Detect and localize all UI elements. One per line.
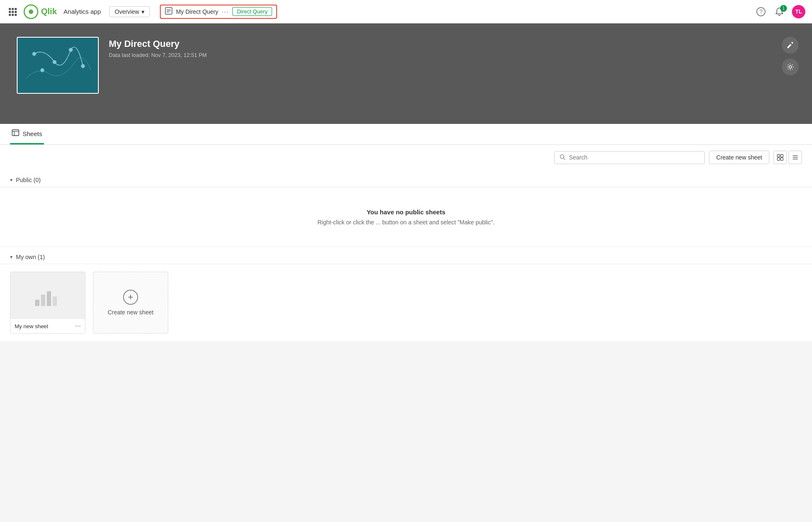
public-empty-title: You have no public sheets — [10, 208, 802, 216]
svg-rect-32 — [777, 154, 780, 157]
tab-sheet-icon — [165, 7, 172, 16]
search-icon — [560, 154, 565, 161]
overview-dropdown[interactable]: Overview ▾ — [109, 6, 150, 17]
svg-rect-34 — [777, 158, 780, 160]
svg-point-22 — [53, 61, 56, 63]
settings-button[interactable] — [782, 59, 799, 75]
public-empty-state: You have no public sheets Right-click or… — [0, 188, 812, 247]
svg-point-25 — [41, 69, 44, 72]
hero-section: My Direct Query Data last loaded: Nov 7,… — [0, 23, 812, 124]
svg-point-21 — [33, 53, 36, 55]
svg-rect-4 — [12, 11, 14, 13]
create-card-plus-icon: + — [123, 290, 138, 305]
overview-label: Overview — [115, 8, 139, 15]
svg-rect-7 — [12, 14, 14, 16]
sheets-tab[interactable]: Sheets — [10, 124, 44, 144]
svg-rect-2 — [15, 8, 17, 10]
notification-badge: 1 — [780, 5, 787, 12]
hero-actions — [782, 37, 799, 75]
svg-rect-5 — [15, 11, 17, 13]
sheets-area: Sheets Create new sheet — [0, 124, 812, 341]
app-title: Analytics app — [64, 8, 101, 15]
svg-rect-42 — [53, 296, 57, 306]
svg-point-10 — [29, 9, 33, 14]
sheet-card-thumbnail — [10, 272, 85, 319]
sheets-tab-label: Sheets — [23, 130, 42, 137]
svg-point-23 — [69, 49, 72, 51]
hero-subtitle: Data last loaded: Nov 7, 2023, 12:51 PM — [109, 52, 207, 58]
sheet-more-button[interactable]: ··· — [75, 322, 81, 330]
public-section-header[interactable]: ▾ Public (0) — [0, 170, 812, 187]
svg-rect-6 — [9, 14, 11, 16]
public-section-chevron: ▾ — [10, 177, 13, 183]
direct-query-button[interactable]: Direct Query — [232, 7, 272, 16]
sheet-card-name: My new sheet — [15, 323, 48, 329]
sheet-card[interactable]: My new sheet ··· — [10, 272, 85, 334]
tab-more-button[interactable]: ··· — [222, 8, 229, 15]
create-sheet-button[interactable]: Create new sheet — [709, 151, 769, 164]
svg-rect-39 — [35, 300, 39, 306]
hero-title: My Direct Query — [109, 39, 207, 49]
svg-rect-0 — [9, 8, 11, 10]
edit-button[interactable] — [782, 37, 799, 54]
svg-rect-15 — [18, 38, 98, 93]
svg-line-31 — [564, 158, 565, 159]
dropdown-chevron-icon: ▾ — [141, 8, 144, 15]
public-section-label: Public (0) — [16, 177, 41, 183]
create-card-label: Create new sheet — [108, 309, 154, 316]
app-thumbnail — [17, 37, 99, 94]
topnav-right: ? 1 TL — [755, 5, 805, 18]
notifications-icon[interactable]: 1 — [773, 6, 785, 18]
svg-rect-1 — [12, 8, 14, 10]
sheets-toolbar: Create new sheet — [0, 145, 812, 170]
svg-rect-3 — [9, 11, 11, 13]
topnav: Qlik Analytics app Overview ▾ My Direct … — [0, 0, 812, 23]
svg-rect-33 — [781, 154, 783, 157]
svg-rect-41 — [47, 291, 51, 306]
help-icon[interactable]: ? — [755, 6, 767, 18]
qlik-logo[interactable]: Qlik — [23, 4, 57, 19]
svg-point-26 — [789, 66, 791, 68]
svg-rect-27 — [12, 130, 19, 136]
cards-grid: My new sheet ··· + Create new sheet — [0, 264, 812, 341]
create-new-sheet-card[interactable]: + Create new sheet — [93, 272, 168, 334]
svg-point-24 — [82, 65, 84, 67]
search-input[interactable] — [569, 154, 699, 161]
qlik-wordmark: Qlik — [41, 7, 57, 16]
user-avatar[interactable]: TL — [792, 5, 805, 18]
my-own-section-chevron: ▾ — [10, 254, 13, 260]
grid-menu-icon[interactable] — [7, 6, 18, 18]
svg-rect-8 — [15, 14, 17, 16]
my-own-section-label: My own (1) — [16, 254, 45, 260]
grid-view-button[interactable] — [773, 151, 787, 164]
my-own-section-header[interactable]: ▾ My own (1) — [0, 247, 812, 264]
public-empty-subtitle: Right-click or click the ... button on a… — [10, 219, 802, 226]
active-tab-name: My Direct Query — [176, 8, 218, 15]
list-view-button[interactable] — [789, 151, 802, 164]
view-toggle — [773, 151, 802, 164]
active-tab-pill: My Direct Query ··· Direct Query — [160, 5, 277, 19]
sheets-tab-bar: Sheets — [0, 124, 812, 145]
svg-rect-40 — [41, 295, 45, 306]
sheet-card-footer: My new sheet ··· — [10, 319, 85, 333]
search-box[interactable] — [554, 151, 705, 164]
hero-info: My Direct Query Data last loaded: Nov 7,… — [109, 37, 207, 58]
sheets-tab-icon — [12, 129, 19, 138]
svg-rect-35 — [781, 158, 783, 160]
